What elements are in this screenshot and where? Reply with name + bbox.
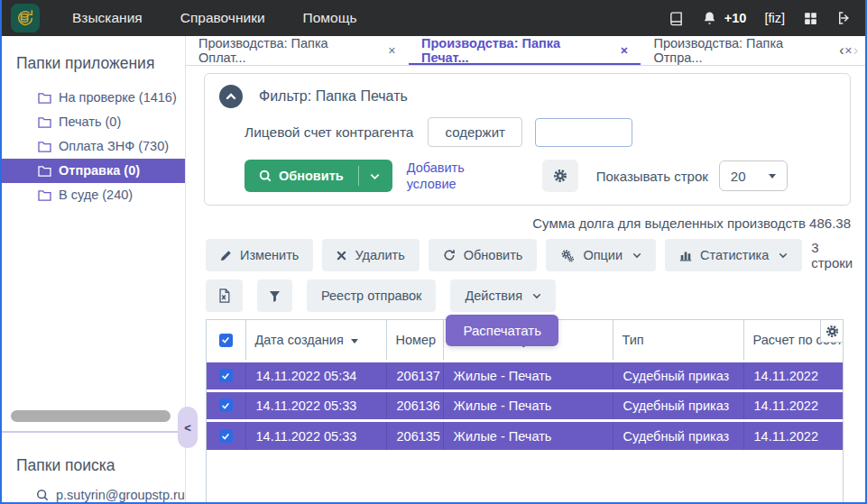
folder-label: Оплата ЗНФ (730) xyxy=(59,138,169,155)
chevron-right-icon[interactable]: › xyxy=(853,42,858,59)
coins-cycle-icon xyxy=(15,8,35,28)
select-all-checkbox[interactable] xyxy=(219,334,233,347)
sidebar-horizontal-scrollbar[interactable] xyxy=(11,410,171,422)
search-icon xyxy=(36,489,49,501)
filter-funnel-button[interactable] xyxy=(257,279,292,312)
chevron-left-icon: < xyxy=(184,421,191,435)
chevron-up-icon xyxy=(226,91,236,102)
chevron-down-icon[interactable] xyxy=(370,171,392,181)
grid-icon[interactable] xyxy=(803,11,818,26)
filter-title: Фильтр: Папка Печать xyxy=(259,88,408,105)
close-icon[interactable]: ✕ xyxy=(388,45,396,57)
folder-label: На проверке (1416) xyxy=(59,89,177,106)
actions-button[interactable]: Действия xyxy=(450,279,556,312)
x-icon xyxy=(337,251,346,261)
close-icon[interactable]: ✕ xyxy=(620,45,628,57)
options-button[interactable]: Опции xyxy=(546,239,656,271)
add-condition-link[interactable]: Добавить условие xyxy=(407,160,484,192)
pencil-icon xyxy=(220,250,232,261)
edit-button-label: Изменить xyxy=(240,248,299,262)
tab-papka-pechat[interactable]: Производства: Папка Печат... ✕ xyxy=(409,36,641,65)
table-row[interactable]: 14.11.2022 05:33 206135 Жилые - Печать С… xyxy=(207,420,843,450)
sidebar-item-oplata-znf[interactable]: Оплата ЗНФ (730) xyxy=(2,134,185,159)
delete-button-label: Удалить xyxy=(355,248,404,262)
menu-item-vzyskaniya[interactable]: Взыскания xyxy=(72,10,143,26)
statistics-button[interactable]: Статистика xyxy=(665,239,802,271)
notifications-count[interactable]: +10 xyxy=(724,11,747,25)
menu-item-spravochniki[interactable]: Справочники xyxy=(180,10,265,26)
row-checkbox[interactable] xyxy=(219,399,233,412)
chevron-down-icon xyxy=(632,251,641,260)
filter-operator-button[interactable]: содержит xyxy=(428,117,521,147)
rows-per-page-select[interactable]: 20 xyxy=(719,160,788,191)
tab-papka-oplata[interactable]: Производства: Папка Оплат... ✕ xyxy=(186,36,409,65)
filter-collapse-button[interactable] xyxy=(219,85,243,108)
cell-stage: Жилые - Печать xyxy=(443,420,613,450)
filter-refresh-button[interactable]: Обновить xyxy=(244,160,392,192)
sidebar-item-otpravka[interactable]: Отправка (0) xyxy=(2,159,185,183)
column-header-number[interactable]: Номер xyxy=(386,320,443,361)
sidebar-item-v-sude[interactable]: В суде (240) xyxy=(2,183,185,207)
refresh-button-label: Обновить xyxy=(464,248,523,262)
folder-icon xyxy=(38,92,51,104)
tab-label: Производства: Папка Оплат... xyxy=(198,36,379,65)
menu-item-pomosch[interactable]: Помощь xyxy=(303,10,357,26)
tab-papka-otpravka[interactable]: Производства: Папка Отпра... ✕ xyxy=(641,36,865,65)
table-row[interactable]: 14.11.2022 05:33 206136 Жилые - Печать С… xyxy=(207,390,843,420)
cell-calc: 14.11.2022 xyxy=(743,420,843,450)
actions-dropdown-wrap: Действия Распечатать xyxy=(450,279,556,312)
tab-scroll-controls: ‹ › xyxy=(839,36,858,65)
cell-type: Судебный приказ xyxy=(613,420,743,450)
filter-field-label: Лицевой счет контрагента xyxy=(244,124,413,141)
secondary-toolbar: Реестр отправок Действия Распечатать xyxy=(206,279,851,312)
app-logo[interactable] xyxy=(11,4,40,32)
table-row[interactable]: 14.11.2022 05:34 206137 Жилые - Печать С… xyxy=(207,361,843,390)
refresh-button[interactable]: Обновить xyxy=(429,239,538,271)
bell-icon[interactable] xyxy=(702,11,717,26)
column-header-type[interactable]: Тип xyxy=(613,320,743,361)
sort-caret-icon[interactable] xyxy=(351,339,358,344)
delete-button[interactable]: Удалить xyxy=(322,239,419,271)
menu-item-print[interactable]: Распечатать xyxy=(446,315,558,346)
caret-down-icon xyxy=(769,174,776,179)
filter-settings-button[interactable] xyxy=(542,160,578,192)
column-settings-button[interactable] xyxy=(820,320,843,343)
registry-button[interactable]: Реестр отправок xyxy=(307,279,436,312)
rows-count-text: 3 строки xyxy=(811,240,853,270)
sidebar-item-search-folder[interactable]: p.sutyrin@groupstp.ru xyxy=(2,488,185,502)
tab-bar: Производства: Папка Оплат... ✕ Производс… xyxy=(186,36,865,66)
filter-refresh-label: Обновить xyxy=(279,169,344,183)
statistics-button-label: Статистика xyxy=(700,248,769,262)
book-icon[interactable] xyxy=(669,11,684,26)
export-excel-button[interactable] xyxy=(206,279,243,312)
sidebar-item-na-proverke[interactable]: На проверке (1416) xyxy=(2,86,185,110)
gear-icon xyxy=(553,169,567,183)
search-folder-label: p.sutyrin@groupstp.ru xyxy=(56,488,185,502)
row-checkbox[interactable] xyxy=(219,429,233,443)
row-checkbox[interactable] xyxy=(219,369,233,382)
gear-icon xyxy=(825,325,839,338)
filter-panel: Фильтр: Папка Печать Лицевой счет контра… xyxy=(204,73,851,206)
folder-icon xyxy=(38,189,51,201)
column-header-created[interactable]: Дата создания xyxy=(245,320,386,361)
main-area: Производства: Папка Оплат... ✕ Производс… xyxy=(186,36,865,502)
app-folders-list: На проверке (1416) Печать (0) Оплата ЗНФ… xyxy=(2,86,185,207)
app-folders-title: Папки приложения xyxy=(2,36,185,84)
main-menu: Взыскания Справочники Помощь xyxy=(72,10,356,26)
logout-icon[interactable] xyxy=(836,10,853,26)
cell-number: 206135 xyxy=(386,420,443,450)
edit-button[interactable]: Изменить xyxy=(206,239,313,271)
chevron-down-icon xyxy=(532,291,541,300)
sidebar-collapse-handle[interactable]: < xyxy=(178,407,198,448)
cell-number: 206137 xyxy=(386,361,443,390)
refresh-icon xyxy=(443,249,456,261)
filter-value-input[interactable] xyxy=(535,118,632,147)
chevron-down-icon xyxy=(779,251,788,260)
sidebar-item-pechat[interactable]: Печать (0) xyxy=(2,110,185,134)
chevron-left-icon[interactable]: ‹ xyxy=(839,42,844,59)
actions-button-label: Действия xyxy=(465,289,522,303)
folder-label: В суде (240) xyxy=(59,187,133,204)
user-tag[interactable]: [fiz] xyxy=(764,11,785,25)
cell-type: Судебный приказ xyxy=(613,361,743,390)
excel-file-icon xyxy=(217,289,231,303)
